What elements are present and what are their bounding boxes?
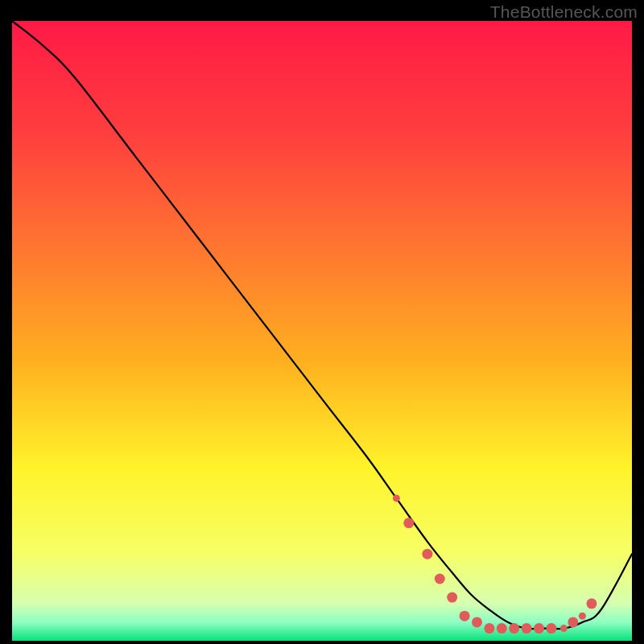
marker-dot: [522, 623, 532, 634]
marker-dot: [447, 592, 457, 603]
marker-dot: [422, 549, 432, 559]
marker-dot: [534, 623, 544, 634]
chart-stage: TheBottleneck.com: [0, 0, 644, 644]
marker-dot: [497, 623, 507, 634]
marker-dot: [435, 574, 445, 584]
marker-dot: [579, 613, 586, 620]
marker-dot: [560, 625, 568, 632]
bottleneck-chart: [12, 21, 632, 641]
marker-dot: [460, 611, 470, 621]
marker-dot: [509, 623, 519, 634]
marker-dot: [484, 623, 494, 634]
marker-dot: [472, 617, 482, 627]
marker-dot: [586, 598, 597, 609]
watermark-text: TheBottleneck.com: [490, 2, 638, 22]
marker-dot: [546, 623, 556, 634]
plot-area: [12, 21, 632, 641]
marker-dot: [403, 518, 414, 528]
marker-dot: [393, 494, 400, 502]
marker-dot: [568, 617, 578, 627]
gradient-background: [12, 21, 632, 641]
